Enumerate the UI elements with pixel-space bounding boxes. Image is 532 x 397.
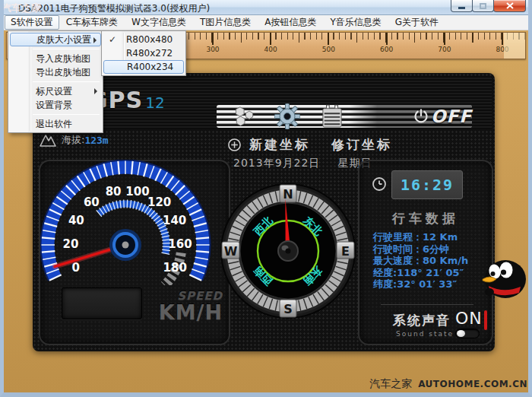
svg-text:180: 180	[163, 261, 187, 275]
toolbar-band: OFF	[217, 105, 472, 128]
edit-coordinate-button[interactable]: 修订坐标	[331, 136, 392, 154]
ruler-overflow-zone	[504, 33, 525, 59]
close-button[interactable]	[493, 0, 526, 12]
menu-image-info[interactable]: T图片信息类	[193, 15, 258, 30]
submenu-item-r800x480[interactable]: ✓ R800x480	[103, 33, 184, 46]
trip-data-rows: 行驶里程：12 Km 行驶时间：6分钟 最大速度：80 Km/h 经度:118°…	[373, 231, 468, 291]
mountain-icon	[39, 132, 57, 148]
menu-item-label: 退出软件	[36, 119, 72, 129]
titlebar: 汽车之家 DSA2011电子狗预警模拟测试器3.0(授权用户)	[0, 0, 532, 15]
maximize-icon	[480, 3, 486, 9]
menu-software-settings[interactable]: S软件设置	[5, 15, 59, 30]
altitude-readout: 海拔: 123m	[39, 132, 109, 148]
add-circle-icon	[227, 138, 242, 152]
svg-text:140: 140	[163, 214, 186, 227]
altitude-value: 123m	[84, 135, 108, 146]
svg-text:120: 120	[147, 195, 171, 209]
trip-info-panel: 16:29 行车数据 行驶里程：12 Km 行驶时间：6分钟 最大速度：80 K…	[358, 160, 493, 345]
skin-topbar: GPS12	[36, 76, 492, 129]
submenu-item-r400x234[interactable]: R400x234	[103, 60, 184, 74]
power-button[interactable]: OFF	[413, 105, 472, 128]
watermark-cn: 汽车之家	[369, 377, 412, 389]
ruler-major-tick	[502, 33, 503, 45]
menu-item-label: 标尺设置	[36, 86, 72, 97]
ruler-tick-label: 600	[376, 46, 397, 53]
submenu-arrow-icon	[93, 37, 97, 43]
date-text: 2013年9月22日	[233, 157, 320, 169]
svg-text:100: 100	[125, 185, 149, 198]
altitude-label: 海拔:	[62, 133, 84, 147]
minimize-button[interactable]	[451, 0, 473, 12]
svg-text:20: 20	[63, 237, 79, 251]
minimize-icon	[458, 7, 465, 9]
menu-separator	[33, 114, 100, 115]
trip-row-maxspeed: 最大速度：80 Km/h	[373, 255, 468, 267]
clock-display: 16:29	[391, 170, 463, 199]
menu-about[interactable]: G关于软件	[388, 15, 445, 30]
sound-toggle[interactable]	[455, 329, 480, 338]
ruler-tick-label: 300	[202, 46, 223, 53]
ruler-major-tick	[328, 33, 329, 45]
honeycomb-icon[interactable]	[229, 106, 259, 130]
menu-item-export-skin-map[interactable]: 导出皮肤地图	[10, 65, 101, 79]
menu-item-ruler-settings[interactable]: 标尺设置	[10, 84, 101, 98]
ruler-major-tick	[386, 33, 388, 45]
svg-text:60: 60	[84, 195, 100, 209]
trip-row-distance: 行驶里程：12 Km	[373, 231, 468, 243]
date-readout: 2013年9月22日 星期日	[233, 157, 372, 170]
menu-separator	[33, 49, 100, 49]
menu-car-logo[interactable]: C车标车牌类	[59, 15, 125, 30]
app-window: 汽车之家 DSA2011电子狗预警模拟测试器3.0(授权用户) S软件设置 C车…	[0, 0, 532, 397]
watermark-bottom: 汽车之家AUTOHOME.COM.CN	[369, 376, 527, 391]
maximize-button[interactable]	[472, 0, 494, 12]
trip-row-latitude: 纬度:32° 01′ 33″	[373, 278, 468, 291]
sound-state-value: ON	[455, 309, 483, 328]
submenu-item-r480x272[interactable]: R480x272	[103, 46, 184, 60]
gps-logo-number: 12	[145, 94, 164, 112]
compass-e-label: E	[341, 244, 350, 259]
menu-item-label: 导入皮肤地图	[36, 53, 90, 64]
notepad-icon[interactable]	[321, 104, 343, 132]
ruler-tick-label: 400	[260, 46, 281, 53]
ruler-major-tick	[270, 33, 271, 45]
ruler-tick-label: 700	[434, 46, 455, 53]
power-icon	[413, 108, 429, 125]
divider	[381, 304, 473, 305]
watermark-top: 汽车之家	[2, 2, 41, 15]
menu-item-exit[interactable]: 退出软件	[10, 117, 101, 131]
compass: 西北 东北 西南 东南 N E S W	[220, 183, 356, 319]
menu-item-set-background[interactable]: 设置背景	[10, 98, 101, 112]
menu-item-label: 皮肤大小设置	[36, 34, 91, 45]
svg-text:80: 80	[106, 185, 122, 198]
odometer-lcd	[62, 287, 142, 319]
ruler-major-tick	[444, 33, 445, 45]
submenu-arrow-icon	[94, 88, 97, 94]
menu-button-info[interactable]: A按钮信息类	[258, 15, 323, 30]
speedometer-gauge: 020406080100120140160180	[40, 160, 215, 285]
menu-item-label: 设置背景	[36, 100, 72, 110]
gear-icon[interactable]	[274, 103, 300, 132]
settings-menu-popup: 皮肤大小设置 导入皮肤地图 导出皮肤地图 标尺设置 设置背景 退出软件	[8, 30, 103, 133]
qq-penguin-mascot	[480, 259, 527, 300]
menu-item-skin-size[interactable]: 皮肤大小设置	[10, 33, 101, 46]
menu-music-info[interactable]: Y音乐信息类	[323, 15, 388, 30]
compass-s-label: S	[283, 302, 293, 316]
menu-separator	[33, 81, 100, 82]
sound-indicator-bar	[484, 310, 487, 330]
submenu-item-label: R480x272	[126, 48, 173, 59]
svg-text:40: 40	[68, 214, 84, 227]
menu-item-import-skin-map[interactable]: 导入皮肤地图	[10, 52, 101, 65]
new-coordinate-button[interactable]: 新建坐标	[249, 136, 310, 154]
clock-time: 16:29	[401, 176, 454, 194]
coordinate-buttons: 新建坐标 修订坐标	[227, 136, 392, 154]
menu-text-info[interactable]: W文字信息类	[125, 15, 193, 30]
compass-n-label: N	[283, 187, 293, 202]
menubar: S软件设置 C车标车牌类 W文字信息类 T图片信息类 A按钮信息类 Y音乐信息类…	[0, 15, 532, 30]
compass-w-label: W	[224, 244, 238, 259]
power-off-label: OFF	[431, 106, 472, 126]
svg-text:160: 160	[168, 237, 192, 251]
trip-row-longitude: 经度:118° 21′ 05″	[373, 267, 468, 279]
caption-buttons	[451, 0, 526, 12]
submenu-item-label: R800x480	[126, 34, 173, 45]
system-sound-label: 系统声音	[393, 312, 451, 329]
